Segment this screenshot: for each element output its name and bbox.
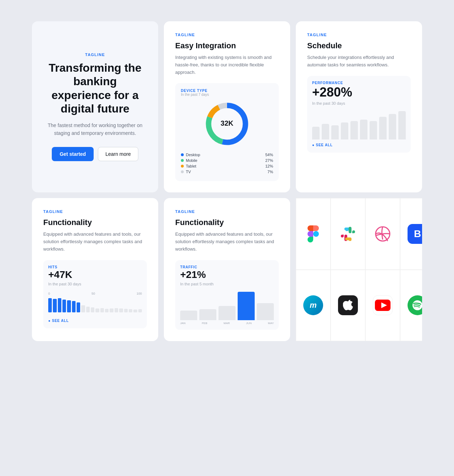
- integration-desc: Integrating with existing systems is smo…: [175, 54, 279, 76]
- hits-metric: +47K: [48, 269, 142, 280]
- legend-dot-desktop: [181, 153, 184, 156]
- hbar-10: [91, 307, 94, 312]
- integration-title: Easy Integration: [175, 41, 279, 50]
- traffic-label: TRAFFIC: [180, 265, 274, 269]
- device-type-sublabel: In the past 7 days: [181, 93, 273, 97]
- hbar-4: [62, 300, 66, 312]
- bar-5: [350, 121, 358, 139]
- youtube-item[interactable]: [365, 270, 400, 341]
- donut-chart: 32K: [204, 101, 250, 147]
- schedule-card: TAGLINE Schedule Schedule your integrati…: [296, 21, 422, 192]
- integrations-grid: B m: [296, 198, 422, 341]
- perf-sub: In the past 30 days: [312, 101, 406, 105]
- learn-more-button[interactable]: Learn more: [98, 147, 138, 161]
- schedule-desc: Schedule your integrations effortlessly …: [307, 54, 411, 69]
- hbar-18: [129, 309, 132, 312]
- hbar-2: [53, 299, 56, 312]
- get-started-button[interactable]: Get started: [52, 147, 94, 161]
- hits-label: HITS: [48, 265, 142, 269]
- legend-row-tv: TV 7%: [181, 170, 273, 174]
- main-grid: TAGLINE Transforming the banking experie…: [32, 21, 422, 341]
- legend-label-tablet: Tablet: [186, 164, 196, 168]
- legend-row-tablet: Tablet 12%: [181, 164, 273, 168]
- hbar-1: [48, 298, 52, 312]
- func1-tagline: TAGLINE: [43, 209, 147, 214]
- hero-card: TAGLINE Transforming the banking experie…: [32, 21, 158, 192]
- tbar-jan: [180, 311, 197, 320]
- slack-icon: [338, 224, 358, 244]
- hero-btn-row: Get started Learn more: [52, 147, 138, 161]
- legend-label-tv: TV: [186, 170, 191, 174]
- m-app-icon: m: [303, 295, 323, 315]
- hbar-6: [72, 301, 76, 312]
- legend-row-mobile: Mobile 27%: [181, 158, 273, 163]
- func2-desc: Equipped with advanced features and tool…: [175, 231, 279, 253]
- hbar-3: [58, 298, 61, 312]
- hits-bar-chart: [48, 298, 142, 312]
- month-labels: JAN FEB MAR JUN MAY: [180, 322, 274, 325]
- func2-title: Functionality: [175, 218, 279, 227]
- traffic-section: TRAFFIC +21% In the past 5 month JAN FEB…: [175, 260, 279, 330]
- bar-2: [322, 124, 329, 139]
- perf-label: PERFORMANCE: [312, 81, 406, 85]
- slack-item[interactable]: [331, 198, 365, 269]
- perf-section: PERFORMANCE +280% In the past 30 days ● …: [307, 76, 411, 153]
- integrations-card: B m: [296, 198, 422, 341]
- perf-metric: +280%: [312, 85, 406, 100]
- traffic-metric: +21%: [180, 269, 274, 280]
- legend-dot-tablet: [181, 165, 184, 168]
- hbar-19: [133, 310, 137, 312]
- legend-label-desktop: Desktop: [186, 153, 200, 157]
- hbar-11: [95, 308, 99, 312]
- hbar-15: [115, 308, 118, 312]
- perf-see-all[interactable]: ● SEE ALL: [312, 143, 333, 147]
- legend: Desktop 54% Mobile 27% Tablet: [181, 153, 273, 174]
- tbar-mar: [218, 306, 236, 320]
- traffic-sub: In the past 5 month: [180, 282, 274, 286]
- donut-section: DEVICE TYPE In the past 7 days 32K: [175, 83, 279, 181]
- hbar-7: [77, 302, 80, 312]
- hits-section: HITS +47K In the past 30 days 0 50 100: [43, 260, 147, 328]
- hbar-13: [105, 309, 109, 312]
- hero-tagline: TAGLINE: [85, 53, 105, 57]
- func2-card: TAGLINE Functionality Equipped with adva…: [164, 198, 290, 341]
- donut-wrapper: 32K: [181, 101, 273, 147]
- bar-9: [389, 114, 396, 139]
- hbar-20: [138, 309, 142, 312]
- hero-title: Transforming the banking experience for …: [43, 61, 147, 116]
- func1-card: TAGLINE Functionality Equipped with adva…: [32, 198, 158, 341]
- func1-desc: Equipped with advanced features and tool…: [43, 231, 147, 253]
- hits-sub: In the past 30 days: [48, 282, 142, 286]
- spotify-icon: [408, 295, 422, 315]
- dribbble-item[interactable]: [365, 198, 400, 269]
- legend-dot-tv: [181, 170, 184, 173]
- bar-3: [331, 125, 339, 139]
- hits-see-all[interactable]: ● SEE ALL: [48, 319, 69, 323]
- schedule-title: Schedule: [307, 41, 411, 50]
- traffic-bar-chart: [180, 292, 274, 320]
- legend-dot-mobile: [181, 159, 184, 162]
- spotify-item[interactable]: [400, 270, 422, 341]
- dribbble-icon: [373, 224, 393, 244]
- youtube-icon: [373, 295, 393, 315]
- figma-item[interactable]: [296, 198, 331, 269]
- tbar-jun: [238, 292, 255, 320]
- perf-bar-chart: [312, 111, 406, 139]
- bar-10: [398, 111, 406, 139]
- hbar-12: [100, 308, 104, 312]
- hits-axis: 0 50 100: [48, 292, 142, 295]
- integration-tagline: TAGLINE: [175, 33, 279, 37]
- bar-7: [370, 121, 377, 139]
- b-app-item[interactable]: B: [400, 198, 422, 269]
- m-app-item[interactable]: m: [296, 270, 331, 341]
- hbar-17: [124, 309, 128, 312]
- bar-1: [312, 127, 320, 139]
- hbar-8: [81, 305, 85, 312]
- func1-title: Functionality: [43, 218, 147, 227]
- bar-6: [360, 120, 367, 139]
- figma-icon: [303, 224, 323, 244]
- legend-pct-desktop: 54%: [265, 153, 273, 157]
- integration-card: TAGLINE Easy Integration Integrating wit…: [164, 21, 290, 192]
- legend-row-desktop: Desktop 54%: [181, 153, 273, 157]
- apple-item[interactable]: [331, 270, 365, 341]
